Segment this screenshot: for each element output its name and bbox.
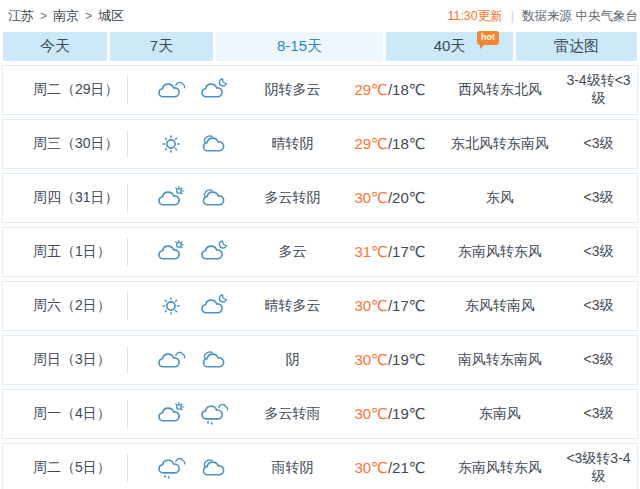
- temp-high: 30℃: [354, 459, 388, 476]
- weather-text: 阴: [245, 351, 340, 369]
- cloud-moon-icon: [199, 294, 229, 318]
- wind-direction: 东南风转东风: [440, 243, 560, 261]
- forecast-tabs: 今天 7天 8-15天 40天 hot 雷达图: [3, 32, 637, 61]
- temp-high: 31℃: [354, 243, 388, 260]
- column-divider: [127, 184, 128, 212]
- breadcrumb-district[interactable]: 城区: [98, 7, 124, 25]
- temp-high: 30℃: [354, 297, 388, 314]
- top-bar: 江苏 > 南京 > 城区 11:30更新 | 数据来源 中央气象台: [0, 0, 640, 30]
- column-divider: [127, 454, 128, 482]
- overcast-night-icon: [199, 348, 229, 372]
- weather-icons: [140, 240, 245, 264]
- day-label: 周六（2日）: [3, 297, 127, 315]
- weather-text: 雨转阴: [245, 459, 340, 477]
- temperature: 30℃/19℃: [340, 405, 440, 423]
- column-divider: [127, 346, 128, 374]
- cloud-sun-icon: [156, 186, 186, 210]
- tab-radar[interactable]: 雷达图: [516, 32, 637, 61]
- forecast-row-1: 周二（29日） 阴转多云 29℃/18℃ 西风转东北风 3-4级转<3级: [2, 65, 638, 115]
- wind-direction: 东南风转东风: [440, 459, 560, 477]
- tab-7day[interactable]: 7天: [110, 32, 213, 61]
- column-divider: [127, 400, 128, 428]
- wind-direction: 东南风: [440, 405, 560, 423]
- tab-label: 40天: [434, 37, 466, 56]
- temp-high: 30℃: [354, 189, 388, 206]
- overcast-clouds-icon: [156, 348, 186, 372]
- temp-low: 17℃: [392, 243, 426, 260]
- temp-high: 30℃: [354, 351, 388, 368]
- column-divider: [127, 238, 128, 266]
- temp-low: 17℃: [392, 297, 426, 314]
- wind-level: <3级: [560, 405, 637, 423]
- column-divider: [127, 130, 128, 158]
- weather-icons: [140, 78, 245, 102]
- weather-text: 晴转多云: [245, 297, 340, 315]
- wind-direction: 东风转南风: [440, 297, 560, 315]
- tab-8-15day[interactable]: 8-15天: [216, 32, 383, 61]
- wind-level: <3级: [560, 297, 637, 315]
- weather-icons: [140, 132, 245, 156]
- day-label: 周二（5日）: [3, 459, 127, 477]
- data-source: 数据来源 中央气象台: [522, 8, 638, 25]
- overcast-clouds-icon: [156, 78, 186, 102]
- forecast-row-6: 周日（3日） 阴 30℃/19℃ 南风转东南风 <3级: [2, 335, 638, 385]
- sun-icon: [156, 132, 186, 156]
- day-label: 周三（30日）: [3, 135, 127, 153]
- temperature: 30℃/21℃: [340, 459, 440, 477]
- sun-icon: [156, 294, 186, 318]
- temp-low: 18℃: [392, 135, 426, 152]
- cloud-moon-icon: [199, 78, 229, 102]
- temp-low: 18℃: [392, 81, 426, 98]
- weather-text: 多云转雨: [245, 405, 340, 423]
- temperature: 29℃/18℃: [340, 81, 440, 99]
- temp-high: 30℃: [354, 405, 388, 422]
- overcast-night-icon: [199, 456, 229, 480]
- tab-40day[interactable]: 40天 hot: [386, 32, 513, 61]
- forecast-row-4: 周五（1日） 多云 31℃/17℃ 东南风转东风 <3级: [2, 227, 638, 277]
- breadcrumb: 江苏 > 南京 > 城区: [8, 7, 124, 25]
- tab-today[interactable]: 今天: [3, 32, 107, 61]
- hot-badge: hot: [477, 31, 499, 45]
- wind-direction: 东北风转东南风: [440, 135, 560, 153]
- wind-direction: 西风转东北风: [440, 81, 560, 99]
- breadcrumb-province[interactable]: 江苏: [8, 7, 34, 25]
- wind-level: <3级: [560, 351, 637, 369]
- temp-low: 19℃: [392, 351, 426, 368]
- day-label: 周五（1日）: [3, 243, 127, 261]
- wind-level: 3-4级转<3级: [560, 72, 637, 108]
- temperature: 29℃/18℃: [340, 135, 440, 153]
- weather-icons: [140, 456, 245, 480]
- cloud-sun-icon: [156, 402, 186, 426]
- forecast-row-5: 周六（2日） 晴转多云 30℃/17℃ 东风转南风 <3级: [2, 281, 638, 331]
- wind-direction: 东风: [440, 189, 560, 207]
- overcast-night-icon: [199, 186, 229, 210]
- tab-label: 雷达图: [554, 37, 599, 56]
- day-label: 周二（29日）: [3, 81, 127, 99]
- cloud-rain-icon: [156, 456, 186, 480]
- temp-high: 29℃: [354, 81, 388, 98]
- meta-divider: |: [511, 9, 514, 23]
- update-meta: 11:30更新 | 数据来源 中央气象台: [447, 8, 638, 25]
- temperature: 30℃/20℃: [340, 189, 440, 207]
- day-label: 周四（31日）: [3, 189, 127, 207]
- wind-direction: 南风转东南风: [440, 351, 560, 369]
- overcast-night-icon: [199, 132, 229, 156]
- temp-high: 29℃: [354, 135, 388, 152]
- breadcrumb-city[interactable]: 南京: [53, 7, 79, 25]
- forecast-row-2: 周三（30日） 晴转阴 29℃/18℃ 东北风转东南风 <3级: [2, 119, 638, 169]
- wind-level: <3级: [560, 189, 637, 207]
- forecast-row-8: 周二（5日） 雨转阴 30℃/21℃ 东南风转东风 <3级转3-4级: [2, 443, 638, 489]
- tab-label: 7天: [150, 37, 173, 56]
- temperature: 30℃/17℃: [340, 297, 440, 315]
- temp-low: 19℃: [392, 405, 426, 422]
- temperature: 31℃/17℃: [340, 243, 440, 261]
- tab-label: 今天: [40, 37, 70, 56]
- column-divider: [127, 76, 128, 104]
- weather-icons: [140, 186, 245, 210]
- breadcrumb-separator: >: [40, 9, 47, 23]
- cloud-moon-icon: [199, 240, 229, 264]
- temperature: 30℃/19℃: [340, 351, 440, 369]
- temp-low: 20℃: [392, 189, 426, 206]
- weather-icons: [140, 402, 245, 426]
- day-label: 周一（4日）: [3, 405, 127, 423]
